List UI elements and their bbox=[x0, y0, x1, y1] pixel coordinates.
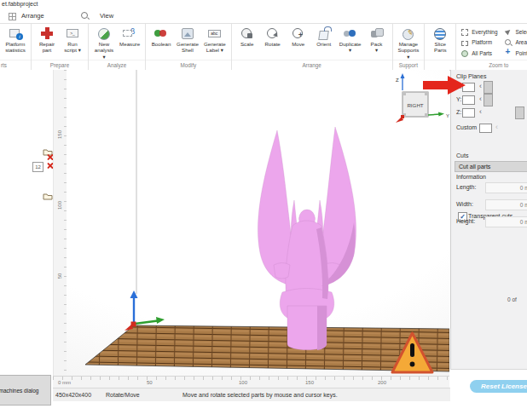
ribbon-group-support: Manage Supports ▾Support bbox=[393, 24, 426, 70]
move-icon bbox=[292, 26, 305, 40]
h-ruler-label: 150 bbox=[305, 380, 314, 385]
manage-supports-button[interactable]: Manage Supports ▾ bbox=[396, 26, 422, 60]
platform-statistics-button[interactable]: Platform statistics bbox=[3, 26, 28, 54]
ribbon-button-label: Orient bbox=[316, 41, 331, 47]
folder-icon[interactable] bbox=[43, 188, 53, 197]
run-script-button[interactable]: Run script ▾ bbox=[60, 26, 85, 54]
ribbon-button-label: Move bbox=[292, 41, 304, 47]
interaction-mode: Rotate/Move bbox=[106, 392, 140, 398]
supports-icon bbox=[402, 26, 415, 40]
ribbon-group-label: Arrange bbox=[232, 60, 392, 70]
zoom-to-all-parts[interactable]: All Parts bbox=[460, 48, 497, 59]
ribbon-group-modify: BooleanGenerate ShellGenerate Label ▾Mod… bbox=[146, 24, 232, 70]
boolean-button[interactable]: Boolean bbox=[148, 26, 174, 47]
decrease-arrow-icon[interactable]: ‹ bbox=[479, 95, 482, 103]
ribbon-group-label: Modify bbox=[146, 60, 231, 70]
zoom-to-selected[interactable]: Selected bbox=[504, 26, 527, 37]
ribbon-button-label: Manage Supports ▾ bbox=[398, 41, 420, 60]
clip-custom-row: Custom ‹ bbox=[451, 123, 527, 134]
decrease-arrow-icon[interactable]: ‹ bbox=[495, 123, 498, 131]
ribbon-button-label: Pack ▾ bbox=[371, 41, 383, 54]
cuts-title: Cuts bbox=[456, 152, 468, 158]
red-arrow-annotation bbox=[423, 73, 467, 97]
zoom-item-label: Everything bbox=[472, 29, 497, 35]
decrease-arrow-icon[interactable]: ‹ bbox=[479, 82, 482, 90]
shell-icon bbox=[181, 26, 194, 40]
ribbon-button-label: Run script ▾ bbox=[64, 41, 81, 54]
app-grid-icon bbox=[9, 13, 16, 20]
menu-arrange[interactable]: Arrange bbox=[21, 12, 44, 20]
info-value-field[interactable]: 0 mm bbox=[485, 216, 527, 227]
custom-checkbox[interactable] bbox=[479, 124, 492, 133]
zoom-platform-icon bbox=[460, 38, 469, 47]
zoom-to-area[interactable]: Area bbox=[504, 37, 527, 49]
reset-license-button[interactable]: Reset License bbox=[470, 380, 527, 393]
info-value-field[interactable]: 0 mm bbox=[485, 199, 527, 210]
axis-label: Z: bbox=[456, 109, 461, 115]
generate-label-button[interactable]: Generate Label ▾ bbox=[201, 26, 229, 54]
h-ruler-label: 50 bbox=[147, 380, 153, 385]
folder-icon[interactable] bbox=[43, 144, 53, 152]
search-icon[interactable] bbox=[81, 12, 90, 20]
ribbon-button-label: Slice Parts bbox=[434, 41, 446, 54]
scale-button[interactable]: Scale bbox=[235, 26, 260, 47]
ribbon-group-label: Prepare bbox=[32, 60, 88, 70]
clip-slider-handle[interactable] bbox=[484, 94, 493, 106]
info-value-field[interactable]: 0 mm bbox=[485, 182, 527, 193]
netfabb-window: { "window_title": "et.fabbproject", "men… bbox=[0, 0, 527, 420]
status-bar: 450x420x400 Rotate/Move Move and rotate … bbox=[53, 388, 450, 401]
axis-y-label: Y bbox=[446, 113, 449, 118]
slice-parts-button[interactable]: Slice Parts bbox=[427, 26, 453, 54]
duplicate-button[interactable]: Duplicate ▾ bbox=[337, 26, 364, 54]
clip-slider-handle[interactable] bbox=[515, 106, 524, 119]
ribbon-button-label: Measure bbox=[119, 41, 140, 47]
cuts-dropdown[interactable]: Cut all parts bbox=[455, 161, 527, 172]
axis-clip-checkbox[interactable] bbox=[462, 108, 475, 118]
orient-button[interactable]: Orient bbox=[311, 26, 337, 47]
build-platform bbox=[85, 325, 449, 371]
ribbon-button-label: Rotate bbox=[265, 41, 281, 47]
move-button[interactable]: Move bbox=[286, 26, 311, 47]
axis-z-label: Z bbox=[396, 78, 399, 83]
zoom-to-everything[interactable]: Everything bbox=[460, 26, 497, 37]
ribbon-group-arrange: ScaleRotateMoveOrientDuplicate ▾Pack ▾Ar… bbox=[232, 24, 393, 70]
scale-icon bbox=[240, 26, 254, 40]
pack-icon bbox=[370, 26, 384, 40]
decrease-arrow-icon[interactable]: ‹ bbox=[479, 107, 482, 116]
ribbon-button-label: Generate Shell bbox=[177, 41, 199, 54]
zoom-to-platform[interactable]: Platform bbox=[460, 37, 497, 49]
pack-button[interactable]: Pack ▾ bbox=[364, 26, 390, 54]
platform-stats-icon bbox=[9, 26, 22, 40]
ribbon-group-label: Zoom to bbox=[456, 60, 527, 70]
script-icon bbox=[66, 26, 79, 40]
axis-label: Y: bbox=[456, 96, 461, 102]
zoom-item-label: Selected bbox=[515, 29, 527, 35]
measure-button[interactable]: Measure bbox=[117, 26, 142, 47]
repair-icon bbox=[40, 26, 54, 40]
zoom-allparts-icon bbox=[460, 49, 469, 57]
analysis-icon bbox=[97, 26, 111, 40]
ribbon-button-label: Duplicate ▾ bbox=[339, 41, 362, 54]
h-ruler-label: 0 mm bbox=[58, 380, 71, 385]
label-icon bbox=[208, 26, 222, 40]
machines-dialog-button[interactable]: machines dialog bbox=[0, 375, 51, 406]
ribbon-group-slice: Slice Parts bbox=[425, 24, 456, 70]
custom-label: Custom bbox=[456, 124, 477, 130]
information-title: Information bbox=[456, 174, 486, 180]
model-angel-statue[interactable] bbox=[258, 127, 356, 350]
new-analysis-button[interactable]: New analysis ▾ bbox=[91, 26, 117, 60]
platform-dimensions: 450x420x400 bbox=[55, 392, 91, 398]
boolean-icon bbox=[154, 26, 168, 40]
menu-view[interactable]: View bbox=[100, 12, 113, 20]
zoom-to-point[interactable]: Point bbox=[504, 48, 527, 59]
viewport-3d[interactable]: Z RIGHT Y bbox=[67, 70, 449, 376]
ribbon: Platform statisticsrtsRepair partRun scr… bbox=[0, 24, 527, 71]
rotate-button[interactable]: Rotate bbox=[260, 26, 286, 47]
clip-slider-handle[interactable] bbox=[484, 81, 493, 94]
measure-icon bbox=[123, 26, 136, 40]
rotate-icon bbox=[266, 26, 280, 40]
generate-shell-button[interactable]: Generate Shell bbox=[174, 26, 201, 54]
ribbon-group-prepare: Repair partRun script ▾Prepare bbox=[32, 24, 89, 70]
ribbon-group-rts: Platform statisticsrts bbox=[0, 24, 32, 70]
repair-part-button[interactable]: Repair part bbox=[34, 26, 60, 54]
